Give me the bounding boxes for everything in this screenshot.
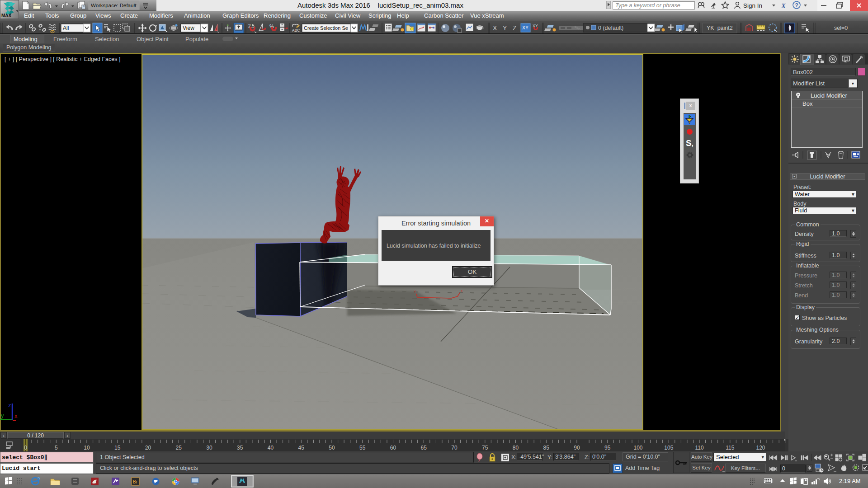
svg-text:2:19 AM: 2:19 AM	[839, 478, 861, 484]
svg-text:60: 60	[390, 445, 396, 451]
svg-text:95: 95	[604, 445, 611, 451]
svg-text:ABC: ABC	[292, 28, 300, 33]
svg-text:105: 105	[664, 445, 673, 451]
svg-text:All: All	[63, 25, 69, 31]
svg-text:80: 80	[513, 445, 519, 451]
svg-text:Z: Z	[513, 24, 517, 32]
svg-text:110: 110	[695, 445, 703, 451]
svg-text:sel=0: sel=0	[834, 25, 848, 31]
svg-text:50: 50	[329, 445, 335, 451]
svg-text:75: 75	[482, 445, 488, 451]
svg-text:Y: Y	[414, 290, 416, 294]
svg-text:70: 70	[451, 445, 458, 451]
svg-text:0: 0	[24, 445, 27, 451]
svg-text:10: 10	[84, 445, 90, 451]
svg-text:115: 115	[726, 445, 734, 451]
svg-text:15: 15	[114, 445, 121, 451]
svg-text:XY: XY	[522, 25, 528, 30]
svg-text:120: 120	[756, 445, 765, 451]
svg-text:?: ?	[795, 2, 798, 9]
svg-text:Br: Br	[133, 479, 138, 484]
svg-text:35: 35	[237, 445, 243, 451]
svg-text:y: y	[1, 412, 4, 419]
svg-text:x: x	[14, 413, 18, 419]
svg-text:90: 90	[574, 445, 580, 451]
svg-text:30: 30	[206, 445, 212, 451]
svg-text:20: 20	[145, 445, 151, 451]
svg-text:45: 45	[298, 445, 305, 451]
svg-text:Sign In: Sign In	[743, 2, 762, 9]
svg-text:0 (default): 0 (default)	[598, 25, 623, 31]
svg-text:z: z	[8, 402, 11, 408]
svg-text:Create Selection Se: Create Selection Se	[304, 25, 348, 31]
svg-text:55: 55	[359, 445, 366, 451]
svg-text:40: 40	[268, 445, 274, 451]
svg-text:85: 85	[543, 445, 550, 451]
svg-text:5: 5	[55, 445, 58, 451]
svg-text:X: X	[781, 2, 786, 9]
svg-text:65: 65	[421, 445, 427, 451]
svg-text:Y: Y	[503, 24, 507, 32]
svg-text:X: X	[493, 24, 497, 32]
svg-text:100: 100	[633, 445, 642, 451]
svg-text:YK_paint2: YK_paint2	[707, 25, 733, 31]
svg-text:x: x	[461, 289, 462, 293]
svg-text:25: 25	[176, 445, 182, 451]
svg-text:Workspace: Default: Workspace: Default	[91, 3, 137, 8]
svg-text:View: View	[183, 25, 194, 31]
